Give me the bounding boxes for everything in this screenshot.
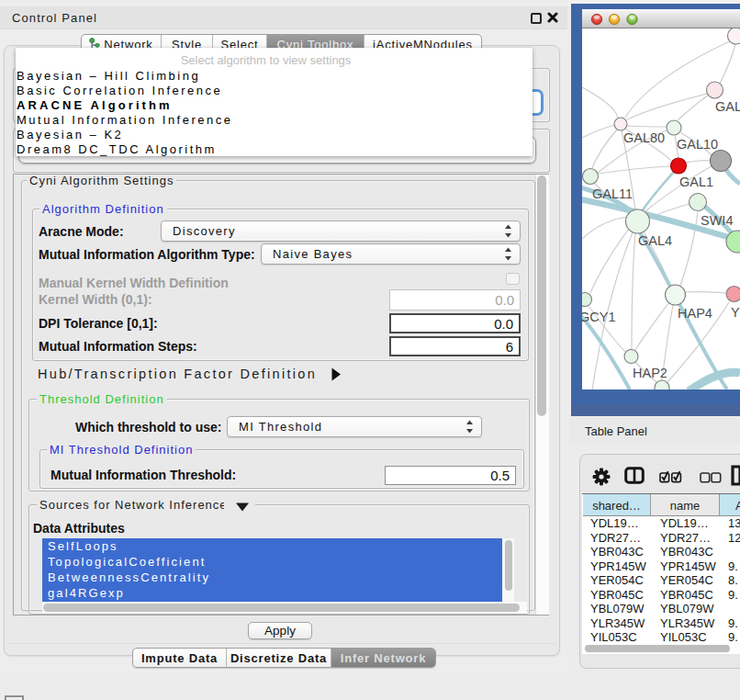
svg-text:GAL11: GAL11 bbox=[592, 186, 633, 201]
svg-text:GAL1: GAL1 bbox=[679, 175, 713, 189]
svg-text:GAL7: GAL7 bbox=[715, 99, 740, 114]
svg-text:YM: YM bbox=[731, 305, 740, 320]
svg-text:HAP4: HAP4 bbox=[678, 306, 712, 321]
svg-text:GAL10: GAL10 bbox=[677, 137, 718, 152]
svg-text:SWI4: SWI4 bbox=[701, 213, 733, 228]
svg-text:GAL4: GAL4 bbox=[638, 233, 672, 248]
svg-text:GAL80: GAL80 bbox=[623, 130, 665, 145]
svg-text:GCY1: GCY1 bbox=[582, 310, 616, 324]
svg-text:HAP2: HAP2 bbox=[633, 366, 667, 380]
